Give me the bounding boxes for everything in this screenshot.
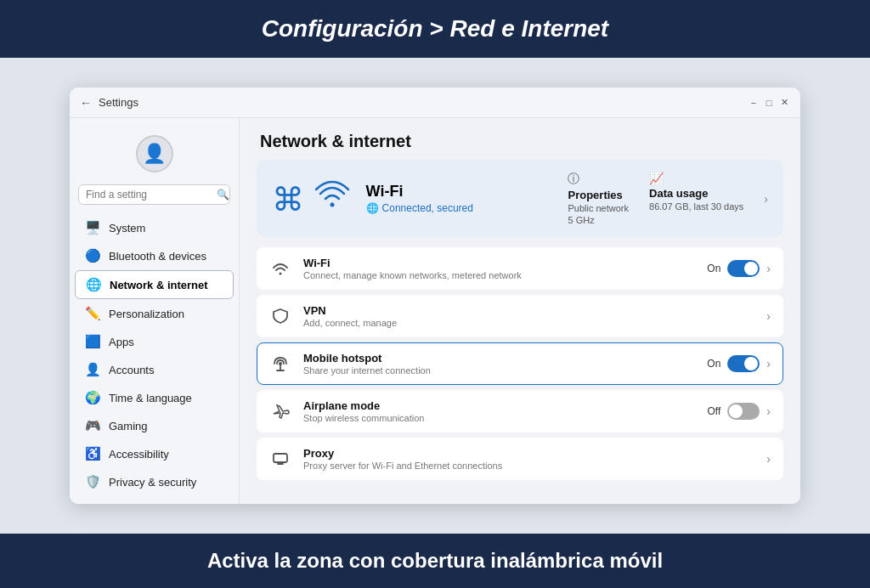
settings-item-vpn[interactable]: VPN Add, connect, manage › <box>257 295 783 337</box>
wifi-name: Wi-Fi <box>366 183 553 201</box>
top-banner-text: Configuración > Red e Internet <box>262 15 608 42</box>
airplane-chevron-icon: › <box>766 404 771 418</box>
back-icon[interactable]: ← <box>80 96 92 110</box>
system-icon: 🖥️ <box>85 220 100 235</box>
bottom-banner-text: Activa la zona con cobertura inalámbrica… <box>207 549 663 572</box>
sidebar-item-bluetooth[interactable]: 🔵 Bluetooth & devices <box>75 242 234 269</box>
search-input[interactable] <box>86 189 213 201</box>
hotspot-chevron-icon: › <box>766 357 771 370</box>
sidebar-item-accessibility[interactable]: ♿ Accessibility <box>75 440 234 467</box>
privacy-label: Privacy & security <box>109 476 196 489</box>
wifi-icon <box>269 257 291 280</box>
network-icon: 🌐 <box>86 277 101 292</box>
avatar: 👤 <box>136 135 173 172</box>
top-banner: Configuración > Red e Internet <box>0 0 870 58</box>
wifi-toggle-knob <box>744 262 758 275</box>
hotspot-right: On › <box>707 355 771 372</box>
vpn-chevron-icon: › <box>766 309 771 323</box>
settings-window: ← Settings − □ ✕ 👤 🔍 🖥️ <box>70 88 800 504</box>
accounts-label: Accounts <box>109 364 154 376</box>
wifi-right: On › <box>707 260 771 277</box>
svg-rect-5 <box>274 454 287 462</box>
settings-item-wifi[interactable]: Wi-Fi Connect, manage known networks, me… <box>257 247 783 290</box>
minimize-button[interactable]: − <box>748 97 760 109</box>
sidebar-item-system[interactable]: 🖥️ System <box>75 214 234 241</box>
time-icon: 🌍 <box>85 390 100 405</box>
airplane-right: Off › <box>708 403 771 420</box>
bluetooth-icon: 🔵 <box>85 248 100 263</box>
wifi-toggle[interactable] <box>727 260 760 277</box>
settings-item-hotspot[interactable]: Mobile hotspot Share your internet conne… <box>257 342 783 385</box>
airplane-text: Airplane mode Stop wireless communicatio… <box>303 399 696 423</box>
sidebar-item-time[interactable]: 🌍 Time & language <box>75 384 234 411</box>
bluetooth-label: Bluetooth & devices <box>109 250 206 263</box>
airplane-toggle-label: Off <box>708 405 721 417</box>
proxy-icon <box>269 448 291 470</box>
time-label: Time & language <box>109 392 192 404</box>
title-bar-controls: − □ ✕ <box>748 97 790 109</box>
hero-chevron-icon: › <box>764 172 768 225</box>
title-bar: ← Settings − □ ✕ <box>70 88 800 118</box>
wifi-hero-icon: ⌘ <box>272 178 351 218</box>
hotspot-toggle-label: On <box>707 358 720 370</box>
airplane-toggle[interactable] <box>727 403 760 420</box>
network-label: Network & internet <box>110 279 208 291</box>
wifi-hero-info: Wi-Fi 🌐 Connected, secured <box>366 183 553 214</box>
wifi-desc: Connect, manage known networks, metered … <box>303 270 695 280</box>
sidebar-item-network[interactable]: 🌐 Network & internet <box>75 270 234 299</box>
proxy-desc: Proxy server for Wi-Fi and Ethernet conn… <box>303 461 754 471</box>
wifi-hero-right: ⓘ Properties Public network 5 GHz 📈 Data… <box>568 172 768 225</box>
vpn-desc: Add, connect, manage <box>303 318 754 328</box>
gaming-label: Gaming <box>109 420 148 433</box>
proxy-right: › <box>766 452 771 466</box>
proxy-title: Proxy <box>303 447 754 460</box>
vpn-icon <box>269 305 291 327</box>
wifi-text: Wi-Fi Connect, manage known networks, me… <box>303 257 695 280</box>
settings-item-airplane[interactable]: Airplane mode Stop wireless communicatio… <box>257 390 783 433</box>
hotspot-toggle-knob <box>744 357 758 370</box>
sidebar-item-privacy[interactable]: 🛡️ Privacy & security <box>75 468 234 495</box>
wifi-hero-card[interactable]: ⌘ Wi-Fi 🌐 Connected, se <box>257 160 783 237</box>
gaming-icon: 🎮 <box>85 418 100 433</box>
sidebar-item-personalization[interactable]: ✏️ Personalization <box>75 300 234 327</box>
data-usage-link[interactable]: 📈 Data usage 86.07 GB, last 30 days <box>649 172 743 225</box>
search-box[interactable]: 🔍 <box>78 184 230 205</box>
globe-icon: 🌐 <box>366 202 379 214</box>
title-bar-left: ← Settings <box>80 96 138 110</box>
settings-list: Wi-Fi Connect, manage known networks, me… <box>240 247 800 504</box>
hotspot-icon <box>269 353 291 375</box>
sidebar: 👤 🔍 🖥️ System 🔵 Bluetooth & devices 🌐 Ne… <box>70 118 240 504</box>
hotspot-title: Mobile hotspot <box>303 352 695 365</box>
maximize-button[interactable]: □ <box>763 97 775 109</box>
data-usage-icon: 📈 <box>649 172 664 185</box>
window-wrap: ← Settings − □ ✕ 👤 🔍 🖥️ <box>0 58 870 534</box>
hotspot-toggle[interactable] <box>727 355 760 372</box>
svg-point-0 <box>330 203 334 207</box>
system-label: System <box>109 222 145 235</box>
main-content: 👤 🔍 🖥️ System 🔵 Bluetooth & devices 🌐 Ne… <box>70 118 800 504</box>
properties-link[interactable]: ⓘ Properties Public network 5 GHz <box>568 172 629 225</box>
airplane-title: Airplane mode <box>303 399 696 412</box>
airplane-toggle-knob <box>729 404 743 418</box>
panel-title: Network & internet <box>240 118 800 160</box>
hotspot-text: Mobile hotspot Share your internet conne… <box>303 352 695 376</box>
nav-items-list: 🖥️ System 🔵 Bluetooth & devices 🌐 Networ… <box>70 213 239 496</box>
vpn-title: VPN <box>303 304 754 317</box>
sidebar-item-apps[interactable]: 🟦 Apps <box>75 328 234 355</box>
sidebar-item-accounts[interactable]: 👤 Accounts <box>75 356 234 383</box>
apps-label: Apps <box>109 336 134 348</box>
hotspot-desc: Share your internet connection <box>303 365 695 376</box>
privacy-icon: 🛡️ <box>85 474 100 489</box>
sidebar-item-gaming[interactable]: 🎮 Gaming <box>75 412 234 439</box>
wifi-toggle-label: On <box>707 263 720 274</box>
settings-item-proxy[interactable]: Proxy Proxy server for Wi-Fi and Etherne… <box>257 438 783 480</box>
bottom-banner: Activa la zona con cobertura inalámbrica… <box>0 534 870 588</box>
apps-icon: 🟦 <box>85 334 100 349</box>
wifi-title: Wi-Fi <box>303 257 695 269</box>
airplane-desc: Stop wireless communication <box>303 413 696 423</box>
accessibility-label: Accessibility <box>109 448 169 461</box>
close-button[interactable]: ✕ <box>778 97 790 109</box>
title-bar-title: Settings <box>99 96 138 109</box>
personalization-icon: ✏️ <box>85 306 100 321</box>
wifi-chevron-icon: › <box>766 262 771 275</box>
